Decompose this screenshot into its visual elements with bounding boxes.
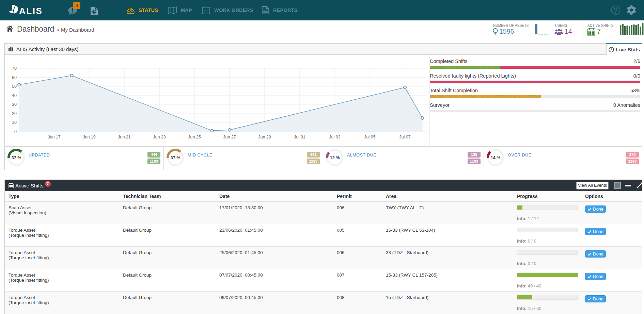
svg-text:37 %: 37 % [171, 155, 180, 160]
svg-text:10: 10 [12, 120, 17, 125]
svg-text:Jul 05: Jul 05 [364, 135, 375, 139]
svg-text:Jun 17: Jun 17 [48, 135, 61, 139]
svg-text:Jul 01: Jul 01 [294, 135, 305, 139]
svg-text:12 %: 12 % [330, 155, 340, 160]
svg-text:Jun 27: Jun 27 [223, 135, 236, 139]
svg-text:Jun 21: Jun 21 [118, 135, 131, 139]
svg-text:50: 50 [12, 84, 17, 89]
svg-text:Jun 19: Jun 19 [83, 135, 96, 139]
svg-text:60: 60 [12, 75, 17, 80]
svg-text:20: 20 [12, 111, 17, 116]
svg-text:Jul 03: Jul 03 [329, 135, 340, 139]
svg-text:Jun 29: Jun 29 [258, 135, 271, 139]
svg-text:37 %: 37 % [12, 155, 21, 160]
svg-text:40: 40 [12, 93, 17, 98]
svg-text:Jun 25: Jun 25 [188, 135, 201, 139]
svg-text:0: 0 [14, 129, 17, 134]
svg-text:30: 30 [12, 102, 17, 107]
svg-text:70: 70 [12, 66, 17, 71]
svg-text:14 %: 14 % [491, 155, 501, 160]
svg-text:Jun 23: Jun 23 [153, 135, 166, 139]
svg-text:Jul 07: Jul 07 [399, 135, 410, 139]
